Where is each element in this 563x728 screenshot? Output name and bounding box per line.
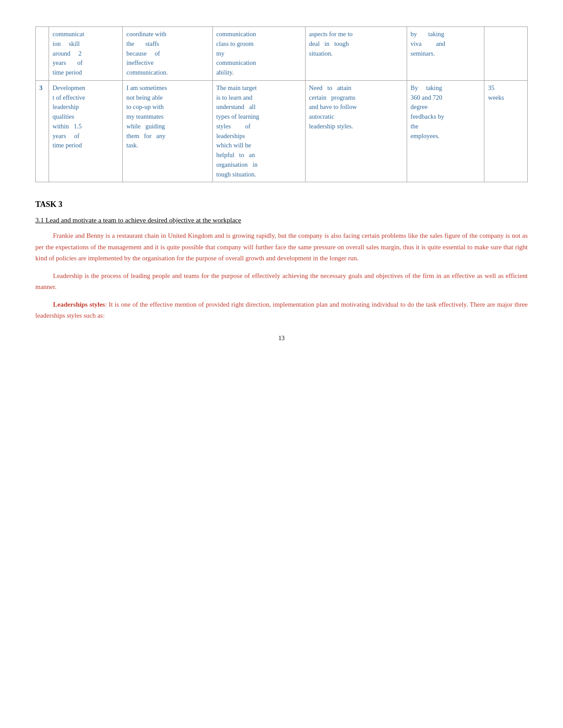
table-cell-col5-row3: By taking360 and 720degreefeedbacks byth…	[407, 80, 484, 182]
table-row: communication skillaround 2years oftime …	[36, 27, 528, 81]
table-row-3: 3 Development of effectiveleadershipqual…	[36, 80, 528, 182]
paragraph-2: Leadership is the process of leading peo…	[35, 270, 528, 293]
table-cell-col5-row1: by takingviva andseminars.	[407, 27, 484, 81]
data-table: communication skillaround 2years oftime …	[35, 26, 528, 182]
row-num-3: 3	[36, 80, 49, 182]
page-number: 13	[35, 335, 528, 342]
table-cell-col2-row1: coordinate withthe staffsbecause ofineff…	[123, 27, 212, 81]
bold-label: Leaderships styles	[53, 301, 105, 308]
table-section: communication skillaround 2years oftime …	[35, 26, 528, 182]
section-heading: 3.1 Lead and motivate a team to achieve …	[35, 216, 528, 224]
paragraph-1: Frankie and Benny is a restaurant chain …	[35, 230, 528, 264]
table-cell-col4-row1: aspects for me todeal in toughsituation.	[305, 27, 407, 81]
table-cell-col6-row1	[484, 27, 528, 81]
task-section: TASK 3 3.1 Lead and motivate a team to a…	[35, 200, 528, 322]
bold-rest: : It is one of the effective mention of …	[35, 301, 528, 319]
table-cell-col4-row3: Need to attaincertain programsand have t…	[305, 80, 407, 182]
table-cell-col3-row1: communicationclass to groommycommunicati…	[212, 27, 305, 81]
row-num-cell	[36, 27, 49, 81]
paragraph-3: Leaderships styles: It is one of the eff…	[35, 299, 528, 322]
task-title: TASK 3	[35, 200, 528, 209]
table-cell-col2-row3: I am sometimesnot being ableto cop-up wi…	[123, 80, 212, 182]
table-cell-col3-row3: The main targetis to learn andunderstand…	[212, 80, 305, 182]
table-cell-col1-row3: Development of effectiveleadershipqualit…	[49, 80, 123, 182]
table-cell-col6-row3: 35weeks	[484, 80, 528, 182]
table-cell-col1-row1: communication skillaround 2years oftime …	[49, 27, 123, 81]
